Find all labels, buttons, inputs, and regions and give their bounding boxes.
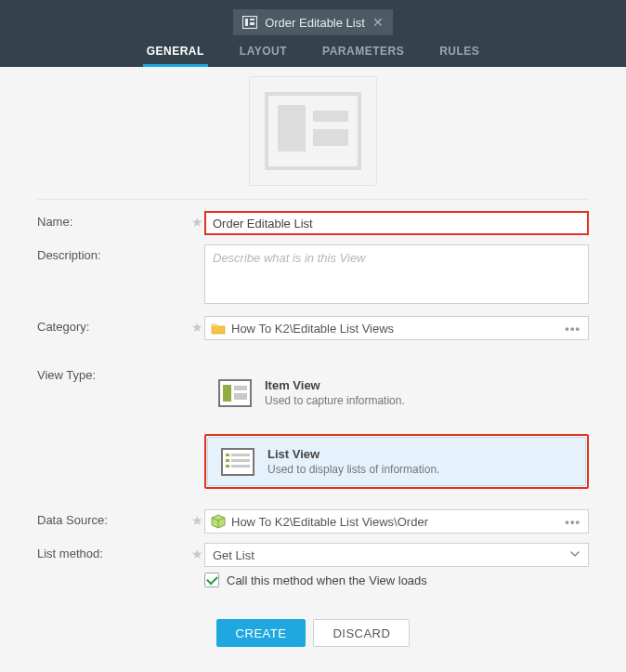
svg-rect-1 [245, 19, 248, 26]
chevron-down-icon [569, 548, 580, 562]
viewtype-item-view[interactable]: Item View Used to capture information. [204, 368, 589, 417]
svg-rect-6 [234, 386, 247, 390]
viewtype-list-subtitle: Used to display lists of information. [267, 463, 439, 476]
general-form: Name: ★ Description: Category: ★ [0, 211, 626, 647]
viewtype-list-title: List View [267, 447, 439, 461]
viewtype-list-view[interactable]: List View Used to display lists of infor… [207, 437, 586, 486]
viewtype-item-subtitle: Used to capture information. [265, 394, 405, 407]
action-bar: CREATE DISCARD [37, 619, 589, 647]
row-viewtype: View Type: Item View Used to capt [37, 364, 589, 489]
call-on-load-label: Call this method when the View loads [227, 573, 427, 587]
viewtype-list-highlight: List View Used to display lists of infor… [204, 434, 589, 489]
required-star-icon: ★ [191, 211, 204, 230]
svg-rect-2 [250, 19, 254, 20]
description-label: Description: [37, 244, 191, 262]
category-picker[interactable]: How To K2\Editable List Views ••• [204, 316, 589, 340]
tab-layout[interactable]: LAYOUT [236, 37, 291, 67]
tab-rules[interactable]: RULES [436, 37, 483, 67]
datasource-value: How To K2\Editable List Views\Order [231, 515, 557, 529]
svg-rect-12 [231, 459, 250, 462]
svg-rect-7 [234, 393, 247, 400]
cube-icon [211, 514, 226, 529]
svg-rect-10 [231, 454, 250, 456]
description-input[interactable] [204, 244, 589, 304]
create-button[interactable]: CREATE [216, 619, 306, 647]
ellipsis-icon[interactable]: ••• [563, 515, 582, 529]
ellipsis-icon[interactable]: ••• [563, 322, 582, 336]
call-on-load-row: Call this method when the View loads [204, 573, 589, 587]
listmethod-select[interactable]: Get List [204, 543, 589, 567]
view-preview-area [0, 76, 626, 199]
list-view-option-icon [221, 448, 254, 476]
call-on-load-checkbox[interactable] [204, 573, 219, 587]
svg-rect-14 [231, 465, 250, 468]
svg-rect-13 [226, 465, 229, 468]
view-preview-thumbnail [249, 76, 377, 186]
list-view-icon [242, 16, 257, 29]
required-star-icon: ★ [191, 543, 204, 561]
document-tabstrip: Order Editable List ✕ [0, 9, 626, 35]
svg-rect-3 [250, 22, 254, 25]
required-star-icon: ★ [191, 316, 204, 335]
section-divider [37, 199, 589, 200]
listmethod-label: List method: [37, 543, 191, 560]
close-icon[interactable]: ✕ [372, 16, 384, 29]
svg-rect-11 [226, 459, 229, 462]
document-tab-title: Order Editable List [265, 16, 365, 30]
tab-general[interactable]: GENERAL [143, 37, 208, 67]
content-area: Name: ★ Description: Category: ★ [0, 67, 626, 672]
datasource-label: Data Source: [37, 509, 191, 527]
required-star-icon: ★ [191, 509, 204, 528]
row-description: Description: [37, 244, 589, 307]
window-top-strip [0, 0, 626, 9]
tab-parameters[interactable]: PARAMETERS [319, 37, 408, 67]
row-category: Category: ★ How To K2\Editable List View… [37, 316, 589, 340]
row-datasource: Data Source: ★ How To K2\Editable List V… [37, 509, 589, 534]
category-value: How To K2\Editable List Views [231, 322, 557, 336]
view-subtabs: GENERAL LAYOUT PARAMETERS RULES [0, 35, 626, 67]
document-tab[interactable]: Order Editable List ✕ [233, 9, 393, 35]
category-label: Category: [37, 316, 191, 334]
folder-icon [211, 322, 226, 335]
svg-rect-5 [223, 385, 231, 402]
svg-rect-9 [226, 454, 229, 456]
name-input[interactable] [204, 211, 589, 235]
listmethod-value: Get List [213, 548, 569, 562]
row-name: Name: ★ [37, 211, 589, 235]
datasource-picker[interactable]: How To K2\Editable List Views\Order ••• [204, 509, 589, 534]
viewtype-item-title: Item View [265, 378, 405, 392]
discard-button[interactable]: DISCARD [313, 619, 410, 647]
row-listmethod: List method: ★ Get List Call this method… [37, 543, 589, 587]
viewtype-label: View Type: [37, 364, 191, 382]
name-label: Name: [37, 211, 191, 229]
item-view-icon [218, 379, 252, 407]
